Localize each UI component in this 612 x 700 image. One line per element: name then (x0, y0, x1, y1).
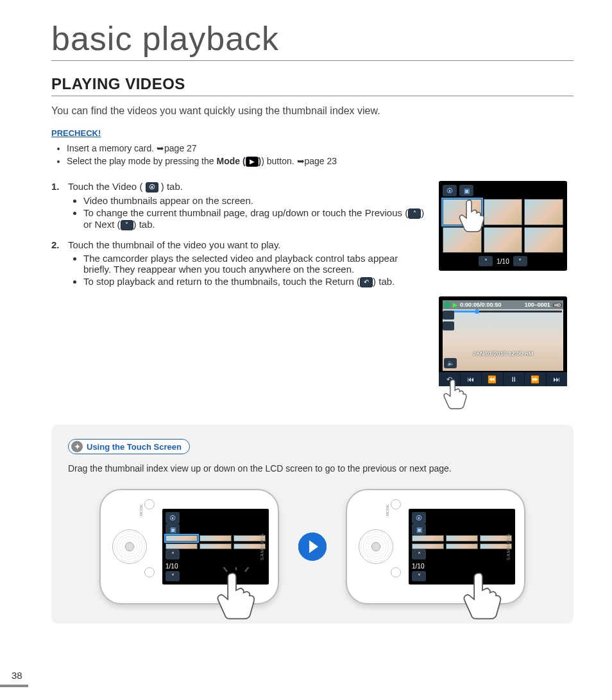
mode-button-label: MODE (139, 504, 143, 516)
progress-bar[interactable] (444, 311, 562, 312)
step-1: 1. Touch the Video ( ⦿ ) tab. Video thum… (51, 181, 426, 230)
chapter-title: basic playback (51, 19, 574, 61)
precheck-label: PRECHECK! (51, 128, 574, 138)
precheck-text: Insert a memory card. (67, 143, 157, 153)
next-page-button[interactable]: ˅ (166, 571, 180, 581)
playback-datestamp: JAN/01/2010 12:00 AM (439, 350, 567, 357)
joystick (112, 529, 147, 564)
video-thumbnail[interactable] (446, 543, 478, 550)
step-sub: Video thumbnails appear on the screen. (83, 195, 426, 206)
video-thumbnail[interactable] (412, 543, 444, 550)
video-thumbnail[interactable] (484, 227, 523, 253)
photo-tab[interactable]: ▣ (412, 524, 426, 535)
drag-hand-icon (460, 567, 505, 625)
device-button (144, 567, 155, 577)
page-indicator: 1/10 (166, 563, 178, 570)
playback-time: 0:00:05/0:00:50 (460, 302, 502, 308)
video-thumbnail[interactable] (412, 535, 444, 542)
precheck-text: ) button. (261, 156, 296, 166)
video-tab[interactable]: ⦿ (412, 512, 426, 524)
side-control[interactable] (443, 321, 454, 330)
section-title: PLAYING VIDEOS (51, 75, 574, 96)
page-indicator: 1/10 (497, 258, 509, 265)
mode-label: Mode ( (216, 156, 245, 166)
video-thumbnail[interactable] (443, 199, 482, 225)
tip-text: Drag the thumbnail index view up or down… (68, 463, 557, 474)
precheck-item: Select the play mode by pressing the Mod… (67, 156, 574, 167)
video-thumbnail[interactable] (524, 199, 563, 225)
step-sub: To change the current thumbnail page, dr… (83, 207, 426, 230)
volume-button[interactable]: 🔈 (444, 358, 457, 368)
side-control[interactable] (443, 311, 454, 320)
next-page-button[interactable]: ˅ (412, 571, 426, 581)
video-tab-icon: ⦿ (146, 182, 158, 192)
camcorder-illustration: MODE ⦿ ▣ (99, 489, 279, 604)
skip-back-button[interactable]: ⏮ (461, 372, 482, 386)
video-thumbnail[interactable] (200, 543, 232, 550)
step-2: 2. Touch the thumbnail of the video you … (51, 239, 426, 287)
video-thumbnail[interactable] (446, 535, 478, 542)
tip-header: ✦ Using the Touch Screen (68, 439, 190, 454)
device-button (144, 499, 155, 509)
drag-hand-icon (214, 567, 259, 625)
arrow-right-icon (298, 533, 327, 561)
step-text: Touch the thumbnail of the video you wan… (68, 239, 281, 250)
step-text: Touch the Video ( (68, 181, 146, 192)
joystick (359, 529, 393, 564)
play-mode-icon: ▶ (246, 157, 259, 167)
video-thumbnail[interactable] (443, 227, 482, 253)
video-playback-screen: ▶ 0:00:05/0:00:50 100–0001 HD 🔈 JAN/01/2… (439, 296, 567, 386)
step-sub: The camcorder plays the selected video a… (83, 253, 426, 275)
step-number: 2. (51, 239, 65, 250)
prev-icon: ˄ (408, 209, 421, 219)
skip-forward-button[interactable]: ⏭ (547, 372, 568, 386)
tip-title: Using the Touch Screen (87, 442, 182, 452)
photo-tab[interactable]: ▣ (459, 185, 473, 196)
precheck-list: Insert a memory card. ➥page 27 Select th… (51, 143, 574, 167)
rec-indicator-icon (444, 302, 450, 308)
next-page-button[interactable]: ˅ (513, 256, 527, 266)
step-number: 1. (51, 181, 65, 192)
page-indicator: 1/10 (412, 563, 424, 570)
step-sub: To stop playback and return to the thumb… (83, 276, 426, 287)
prev-page-button[interactable]: ˄ (479, 256, 493, 266)
page-ref: ➥page 27 (157, 143, 197, 153)
prev-page-button[interactable]: ˄ (412, 549, 426, 559)
video-thumbnail[interactable] (524, 227, 563, 253)
clip-number: 100–0001 (525, 302, 550, 308)
return-icon: ↶ (360, 277, 373, 287)
camcorder-illustration: MODE ⦿ ▣ (346, 489, 525, 604)
thumbnail-index-screen: ⦿ ▣ ˄ 1/10 ˅ (439, 181, 567, 271)
video-thumbnail[interactable] (484, 199, 523, 225)
brand-label: SAMSUNG (506, 533, 510, 560)
page-ref: ➥page 23 (297, 156, 337, 166)
steps-list: 1. Touch the Video ( ⦿ ) tab. Video thum… (51, 181, 426, 296)
next-icon: ˅ (121, 220, 133, 230)
photo-tab[interactable]: ▣ (166, 524, 180, 535)
device-button (391, 567, 401, 577)
precheck-item: Insert a memory card. ➥page 27 (67, 143, 574, 153)
fast-forward-button[interactable]: ⏩ (525, 372, 547, 386)
quality-badge: HD (553, 303, 562, 307)
brand-label: SAMSUNG (259, 533, 264, 560)
pause-button[interactable]: ⏸ (504, 372, 525, 386)
mode-button-label: MODE (386, 504, 389, 516)
video-tab[interactable]: ⦿ (443, 185, 457, 196)
video-thumbnail[interactable] (200, 535, 232, 542)
precheck-text: Select the play mode by pressing the (67, 156, 216, 166)
step-text: ) tab. (158, 181, 183, 192)
video-thumbnail[interactable] (166, 543, 198, 550)
rewind-button[interactable]: ⏪ (482, 372, 504, 386)
video-thumbnail[interactable] (166, 535, 198, 542)
video-tab[interactable]: ⦿ (166, 512, 180, 524)
intro-text: You can find the videos you want quickly… (51, 105, 574, 117)
page-number: 38 (12, 670, 22, 681)
magnifier-icon: ✦ (71, 441, 83, 452)
tip-box: ✦ Using the Touch Screen Drag the thumbn… (51, 425, 574, 624)
return-button[interactable]: ↶ (439, 372, 461, 386)
device-button (391, 499, 401, 509)
prev-page-button[interactable]: ˄ (166, 549, 180, 559)
